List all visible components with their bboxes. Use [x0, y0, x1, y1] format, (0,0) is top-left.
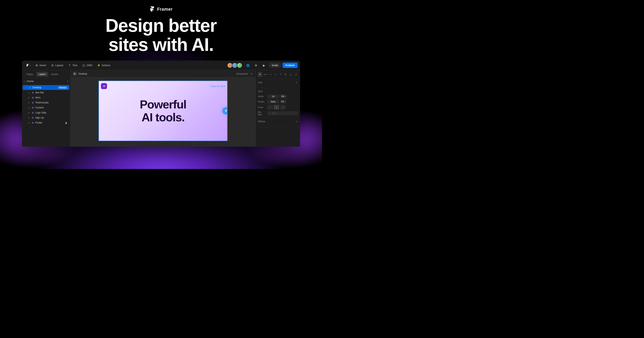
- layer-item-signup[interactable]: ▶ ⊞ Sign Up: [23, 115, 69, 120]
- width-mode-select[interactable]: Fill ▾: [280, 94, 287, 98]
- framer-logo-icon: [149, 6, 155, 12]
- preview-button[interactable]: ▶: [261, 62, 268, 69]
- layers-list: ▶ ⊡ Desktop Primary ▶ ⊞ Nav Bar ▶ ⊞ Hero: [22, 84, 70, 126]
- distribute-v-button[interactable]: ⊿: [294, 72, 298, 77]
- height-input[interactable]: Auto: [267, 100, 279, 104]
- actions-button[interactable]: ⚡ Actions: [95, 63, 112, 68]
- min-max-arrow-icon: ↔: [269, 112, 271, 115]
- sparkle-dots-bottom: ✦✦ ✦: [220, 133, 223, 137]
- link-section-title: Link: [258, 81, 262, 84]
- width-chevron-icon: ▾: [285, 96, 286, 97]
- min-max-label: Min Max: [258, 111, 266, 116]
- settings-button[interactable]: ⚙: [253, 62, 259, 69]
- footer-layer-icon: ⊞: [31, 121, 34, 124]
- canvas-headline-text: Powerful AI tools.: [140, 98, 186, 124]
- layer-arrow-logostrip: ▶: [28, 112, 30, 114]
- width-row: Width 1fr Fill ▾: [258, 94, 298, 98]
- cms-button[interactable]: ◫ CMS: [80, 63, 94, 68]
- canvas-frame-label: Desktop: [78, 72, 87, 75]
- layer-item-content[interactable]: ▶ ⊞ Content: [23, 105, 69, 110]
- align-center-h-button[interactable]: ⟺: [263, 72, 267, 77]
- align-bottom-button[interactable]: ⊥: [288, 72, 293, 77]
- link-add-button[interactable]: +: [295, 81, 298, 84]
- gear-icon: ⚙: [255, 64, 257, 67]
- breakpoint-label: Breakpoint: [236, 72, 248, 75]
- layer-item-desktop[interactable]: ▶ ⊡ Desktop Primary: [23, 85, 69, 90]
- sidebar-tabs: Pages Layers Assets: [22, 70, 70, 78]
- align-top-button[interactable]: ⊤: [278, 72, 283, 77]
- navbar-layer-icon: ⊞: [31, 91, 34, 94]
- home-icon: ⌂: [24, 80, 26, 83]
- width-input[interactable]: 1fr: [267, 94, 279, 98]
- layer-arrow-navbar: ▶: [28, 92, 30, 94]
- hero-layer-icon: ⊞: [31, 96, 34, 99]
- page-selector[interactable]: ⌂ Home ▾: [22, 78, 70, 84]
- tab-pages[interactable]: Pages: [24, 72, 36, 77]
- grow-row: Grow ↔ ↕ ⤢: [258, 105, 298, 110]
- layer-item-footer[interactable]: ▶ ⊞ Footer 🔒: [23, 120, 69, 125]
- tab-layers[interactable]: Layers: [36, 72, 48, 77]
- framer-toolbar-icon: [26, 64, 29, 67]
- cms-icon: ◫: [82, 64, 85, 67]
- actions-icon: ⚡: [97, 64, 100, 67]
- height-mode-select[interactable]: Fit ▾: [280, 100, 286, 104]
- text-icon: T: [68, 64, 71, 67]
- layer-item-logo-strip[interactable]: ▶ ⊞ Logo Strip: [23, 110, 69, 115]
- logostrip-layer-icon: ⊞: [31, 111, 34, 114]
- star-badge: ✦: [101, 83, 107, 89]
- left-sidebar: Pages Layers Assets ⌂ Home ▾ ▶: [22, 70, 70, 147]
- canvas-viewport[interactable]: ✦ Start for free Powerful AI tools. ✦ ✦ …: [70, 77, 256, 147]
- align-right-button[interactable]: ⊣: [268, 72, 272, 77]
- width-label: Width: [258, 95, 266, 98]
- layer-item-hero[interactable]: ▶ ⊞ Hero: [23, 95, 69, 100]
- alignment-row: ⊢ ⟺ ⊣ ⊸ ⊤ ⊻ ⊥ ⊿: [256, 70, 300, 79]
- collaborator-avatars: [227, 63, 242, 68]
- align-left-button[interactable]: ⊢: [258, 72, 262, 77]
- size-section: Size Width 1fr Fill ▾ Height: [256, 88, 300, 118]
- grow-option-expand-h[interactable]: ↔: [267, 105, 273, 110]
- hero-headline: Design better sites with AI.: [106, 16, 216, 54]
- canvas-top-bar: ✦ Start for free: [101, 83, 225, 89]
- logo-chevron: ▾: [30, 64, 31, 66]
- link-section: Link +: [256, 79, 300, 88]
- layer-item-testimonials[interactable]: ▶ ⊞ Testimonials: [23, 100, 69, 105]
- canvas-play-button[interactable]: ▶: [73, 72, 77, 76]
- effects-section: Effects +: [256, 118, 300, 127]
- add-breakpoint-button[interactable]: +: [250, 72, 253, 76]
- content-layer-icon: ⊞: [31, 106, 34, 109]
- effects-add-button[interactable]: +: [295, 120, 298, 123]
- grow-option-expand-both[interactable]: ⤢: [280, 105, 286, 110]
- right-panel: ⊢ ⟺ ⊣ ⊸ ⊤ ⊻ ⊥ ⊿ Link + Size: [256, 70, 300, 147]
- layout-icon: ⊟: [51, 64, 54, 67]
- canvas-area: ▶ Desktop Breakpoint + ✦ Start for free …: [70, 70, 256, 147]
- layer-arrow-signup: ▶: [28, 117, 30, 119]
- page-chevron-icon: ▾: [67, 80, 68, 82]
- publish-button[interactable]: Publish: [282, 63, 298, 68]
- editor-body: Pages Layers Assets ⌂ Home ▾ ▶: [22, 70, 300, 147]
- toolbar: ▾ ⊞ Insert ⊟ Layout T Text ◫ CMS ⚡ Actio…: [22, 61, 300, 70]
- globe-button[interactable]: 🌐: [245, 62, 251, 69]
- insert-button[interactable]: ⊞ Insert: [33, 63, 48, 68]
- canvas-frame: ✦ Start for free Powerful AI tools. ✦ ✦ …: [98, 81, 228, 141]
- insert-icon: ⊞: [35, 64, 38, 67]
- sparkle-dots-top: ✦ ✦ ✦: [207, 85, 215, 87]
- play-icon: ▶: [263, 64, 265, 67]
- testimonials-layer-icon: ⊞: [31, 101, 34, 104]
- text-button[interactable]: T Text: [66, 63, 80, 68]
- signup-layer-icon: ⊞: [31, 116, 34, 119]
- layer-arrow-testimonials: ▶: [28, 102, 30, 104]
- align-middle-button[interactable]: ⊻: [284, 72, 288, 77]
- avatar-3: [237, 63, 242, 68]
- sparkle-handle-icon[interactable]: ✦: [222, 107, 228, 115]
- distribute-h-button[interactable]: ⊸: [273, 72, 278, 77]
- invite-button[interactable]: Invite: [269, 63, 281, 68]
- layer-item-navbar[interactable]: ▶ ⊞ Nav Bar: [23, 90, 69, 95]
- tab-assets[interactable]: Assets: [48, 72, 61, 77]
- framer-logo-button[interactable]: ▾: [24, 63, 32, 68]
- min-max-input[interactable]: ↔ Add...: [267, 111, 298, 115]
- layer-arrow: ▶: [26, 87, 27, 89]
- framer-brand-name: Framer: [157, 7, 172, 12]
- height-chevron-icon: ▾: [284, 101, 285, 103]
- grow-option-expand-v[interactable]: ↕: [274, 105, 279, 110]
- layout-button[interactable]: ⊟ Layout: [49, 63, 65, 68]
